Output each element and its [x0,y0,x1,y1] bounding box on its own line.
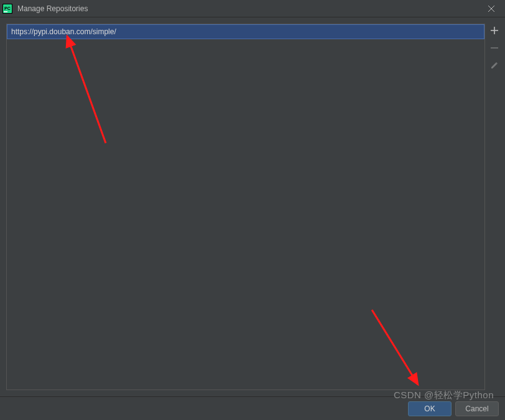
add-repo-button[interactable] [489,25,500,36]
minus-icon [490,44,499,52]
dialog-footer: OK Cancel [0,396,505,420]
repository-item[interactable]: https://pypi.douban.com/simple/ [7,24,484,39]
edit-repo-button[interactable] [489,60,500,71]
content-area: https://pypi.douban.com/simple/ [0,17,505,396]
svg-text:PC: PC [4,6,11,11]
close-icon [488,6,494,12]
ok-button[interactable]: OK [408,401,452,416]
svg-rect-3 [4,11,7,12]
titlebar: PC Manage Repositories [0,0,505,17]
cancel-button[interactable]: Cancel [455,401,499,416]
plus-icon [490,26,499,35]
repository-list[interactable]: https://pypi.douban.com/simple/ [6,24,485,390]
window-title: Manage Repositories [17,4,88,13]
side-actions [488,25,501,71]
close-button[interactable] [477,0,505,17]
pencil-icon [490,61,499,70]
repository-url: https://pypi.douban.com/simple/ [11,27,116,36]
remove-repo-button[interactable] [489,42,500,54]
pycharm-icon: PC [2,4,12,14]
